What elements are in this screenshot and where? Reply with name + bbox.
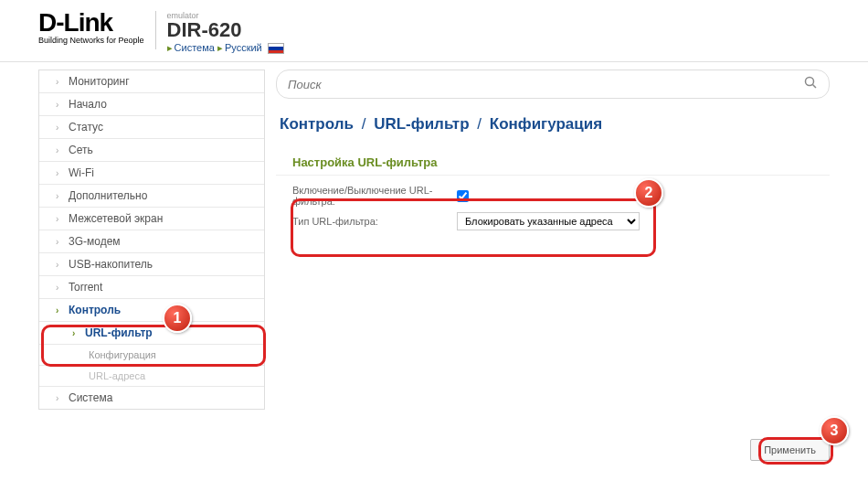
sidebar-item-firewall[interactable]: ›Межсетевой экран	[39, 208, 264, 230]
svg-point-0	[806, 78, 814, 86]
sidebar-item-label: Torrent	[69, 281, 102, 294]
breadcrumb-b[interactable]: URL-фильтр	[374, 115, 469, 133]
apply-button[interactable]: Применить	[750, 439, 830, 461]
chevron-right-icon: ›	[56, 168, 63, 178]
brand-tagline: Building Networks for People	[38, 36, 144, 45]
chevron-right-icon: ›	[56, 100, 63, 110]
enable-label: Включение/Выключение URL-фильтра:	[292, 185, 457, 207]
chevron-right-icon: ›	[56, 214, 63, 224]
sidebar-item-label: Мониторинг	[69, 75, 130, 88]
main-panel: Контроль / URL-фильтр / Конфигурация Нас…	[276, 69, 830, 410]
model-name: DIR-620	[167, 20, 284, 40]
sidebar-item-start[interactable]: ›Начало	[39, 93, 264, 116]
sidebar-item-label: Контроль	[69, 304, 121, 316]
sidebar-item-label: Статус	[69, 121, 103, 134]
chevron-right-icon: ›	[56, 283, 63, 293]
sidebar-item-label: Начало	[69, 98, 107, 111]
form-row-enable: Включение/Выключение URL-фильтра:	[292, 185, 830, 207]
sidebar-item-label: Дополнительно	[69, 189, 147, 202]
chevron-right-icon: ▸	[217, 42, 223, 53]
search-icon	[804, 76, 818, 92]
sidebar-item-monitoring[interactable]: ›Мониторинг	[39, 70, 264, 93]
sidebar-item-label: USB-накопитель	[69, 258, 153, 271]
sidebar-item-wifi[interactable]: ›Wi-Fi	[39, 162, 264, 185]
search-bar[interactable]	[276, 69, 830, 99]
sidebar-item-torrent[interactable]: ›Torrent	[39, 276, 264, 299]
sidebar-item-label: Межсетевой экран	[69, 212, 163, 225]
breadcrumb-c: Конфигурация	[490, 115, 602, 133]
sidebar-item-status[interactable]: ›Статус	[39, 116, 264, 139]
sidebar-submenu-control: ›URL-фильтр Конфигурация URL-адреса	[39, 322, 264, 387]
sidebar-item-label: Система	[69, 391, 112, 404]
sidebar-item-label: Сеть	[69, 144, 93, 156]
sidebar-item-label: 3G-модем	[69, 235, 121, 248]
sidebar-item-usb[interactable]: ›USB-накопитель	[39, 253, 264, 276]
form-row-type: Тип URL-фильтра: Блокировать указанные а…	[292, 212, 830, 230]
chevron-right-icon: ›	[56, 393, 63, 403]
sidebar-item-label: Конфигурация	[89, 349, 156, 360]
chevron-right-icon: ›	[56, 237, 63, 247]
sidebar-item-advanced[interactable]: ›Дополнительно	[39, 185, 264, 208]
url-filter-form: Включение/Выключение URL-фильтра: Тип UR…	[276, 185, 830, 230]
flag-russia-icon	[268, 43, 284, 54]
breadcrumb-sep: /	[477, 115, 482, 133]
apply-bar: Применить	[750, 439, 830, 461]
sidebar-subsubitem-url-addresses[interactable]: URL-адреса	[39, 366, 264, 387]
brand-text: D-Link	[38, 11, 144, 34]
chevron-right-icon: ›	[56, 305, 63, 315]
chevron-right-icon: ›	[56, 191, 63, 201]
chevron-right-icon: ▸	[167, 42, 173, 53]
header-divider	[155, 11, 156, 49]
sidebar-item-system[interactable]: ›Система	[39, 387, 264, 409]
sidebar-item-control[interactable]: ›Контроль	[39, 299, 264, 322]
breadcrumb-a[interactable]: Контроль	[280, 115, 354, 133]
sidebar-subitem-url-filter[interactable]: ›URL-фильтр	[39, 322, 264, 345]
sidebar-subsubitem-config[interactable]: Конфигурация	[39, 345, 264, 366]
breadcrumb-sep: /	[362, 115, 366, 133]
model-block: emulator DIR-620 ▸Система ▸Русский	[167, 11, 284, 54]
link-system[interactable]: Система	[175, 42, 215, 53]
enable-checkbox[interactable]	[457, 190, 469, 202]
sidebar-item-label: Wi-Fi	[69, 166, 94, 179]
chevron-right-icon: ›	[56, 145, 63, 155]
chevron-right-icon: ›	[56, 77, 63, 87]
chevron-right-icon: ›	[56, 260, 63, 270]
type-label: Тип URL-фильтра:	[292, 216, 457, 227]
sidebar-item-label: URL-фильтр	[85, 326, 153, 339]
sidebar-item-network[interactable]: ›Сеть	[39, 139, 264, 162]
chevron-right-icon: ›	[56, 123, 63, 133]
sidebar-item-label: URL-адреса	[89, 370, 145, 381]
breadcrumb: Контроль / URL-фильтр / Конфигурация	[276, 115, 830, 134]
header-links: ▸Система ▸Русский	[167, 42, 284, 54]
section-title: Настройка URL-фильтра	[276, 155, 830, 176]
filter-type-select[interactable]: Блокировать указанные адреса	[457, 212, 640, 230]
brand-logo: D-Link Building Networks for People	[38, 11, 144, 45]
search-input[interactable]	[288, 78, 804, 91]
svg-line-1	[813, 85, 817, 89]
chevron-right-icon: ›	[72, 328, 79, 338]
link-language[interactable]: Русский	[225, 42, 262, 53]
header: D-Link Building Networks for People emul…	[0, 0, 868, 62]
sidebar: ›Мониторинг ›Начало ›Статус ›Сеть ›Wi-Fi…	[38, 69, 265, 410]
sidebar-item-3g[interactable]: ›3G-модем	[39, 230, 264, 253]
